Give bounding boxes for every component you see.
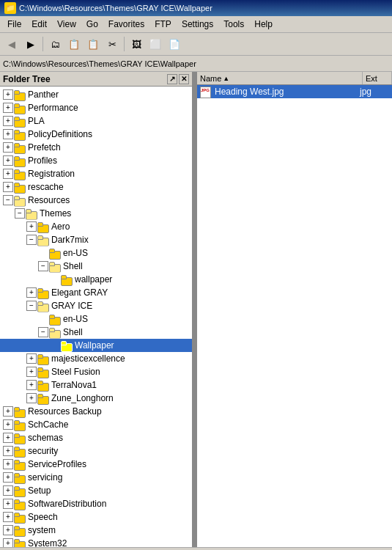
expander-aero[interactable]: +: [26, 221, 37, 232]
expander-zune_longhorn[interactable]: +: [26, 393, 37, 403]
tree-item-gray_ice_wallpaper[interactable]: Wallpaper: [0, 339, 192, 352]
tree-item-gray_ice_shell[interactable]: −Shell: [0, 326, 192, 339]
panel-close-button[interactable]: ✕: [179, 74, 189, 84]
expander-schemas[interactable]: +: [3, 433, 13, 443]
expander-panther[interactable]: +: [3, 89, 13, 100]
panel-header-buttons: ↗ ✕: [167, 74, 189, 84]
tree-item-speech[interactable]: +Speech: [0, 510, 192, 524]
menu-go[interactable]: Go: [82, 18, 103, 31]
folder-button[interactable]: 🗂: [46, 35, 64, 53]
tree-item-panther[interactable]: +Panther: [0, 88, 192, 101]
tree-item-majesticexcellence[interactable]: +majesticexcellence: [0, 352, 192, 365]
expander-performance[interactable]: +: [3, 103, 13, 113]
file-list-body[interactable]: Heading West.jpgjpg: [197, 85, 392, 547]
expander-rescache[interactable]: +: [3, 182, 13, 192]
expander-resources[interactable]: −: [3, 195, 13, 205]
expander-dark7mix_shell[interactable]: −: [38, 261, 48, 271]
tree-item-registration[interactable]: +Registration: [0, 167, 192, 180]
back-button[interactable]: ◀: [3, 35, 21, 53]
copy-button[interactable]: 📋: [65, 35, 83, 53]
tree-item-system32[interactable]: +System32: [0, 537, 192, 547]
menu-ftp[interactable]: FTP: [150, 18, 176, 31]
tree-item-dark7mix[interactable]: −Dark7mix: [0, 233, 192, 246]
tree-item-gray_ice_enus[interactable]: en-US: [0, 312, 192, 326]
folder-icon-zune_longhorn: [37, 394, 49, 403]
col-ext-header[interactable]: Ext: [363, 72, 392, 84]
tree-item-schcache[interactable]: +SchCache: [0, 418, 192, 431]
tree-item-resources_backup[interactable]: +Resources Backup: [0, 405, 192, 418]
expander-system32[interactable]: +: [3, 538, 13, 547]
expander-pla[interactable]: +: [3, 116, 13, 126]
expander-gray_ice_shell[interactable]: −: [38, 327, 48, 337]
expander-dark7mix[interactable]: −: [26, 235, 37, 245]
menu-tools[interactable]: Tools: [219, 18, 248, 31]
paste-button[interactable]: 📋: [84, 35, 102, 53]
expander-serviceprofiles[interactable]: +: [3, 459, 13, 469]
menu-favorites[interactable]: Favorites: [104, 18, 149, 31]
tree-item-softwaredistribution[interactable]: +SoftwareDistribution: [0, 497, 192, 510]
panel-float-button[interactable]: ↗: [167, 74, 177, 84]
tree-item-policydefs[interactable]: +PolicyDefinitions: [0, 128, 192, 141]
tree-item-profiles[interactable]: +Profiles: [0, 154, 192, 167]
tree-scroll[interactable]: +Panther+Performance+PLA+PolicyDefinitio…: [0, 87, 192, 547]
expander-system[interactable]: +: [3, 525, 13, 535]
expander-elegant_gray[interactable]: +: [26, 287, 37, 298]
file-row-0[interactable]: Heading West.jpgjpg: [197, 85, 392, 98]
tree-item-steel_fusion[interactable]: +Steel Fusion: [0, 365, 192, 378]
expander-registration[interactable]: +: [3, 169, 13, 179]
tree-label-zune_longhorn: Zune_Longhorn: [51, 392, 114, 404]
menu-settings[interactable]: Settings: [177, 18, 218, 31]
tree-item-schemas[interactable]: +schemas: [0, 431, 192, 444]
folder-icon-dark7mix_enus: [49, 249, 61, 258]
tree-item-serviceprofiles[interactable]: +ServiceProfiles: [0, 458, 192, 471]
folder-icon-schemas: [14, 433, 26, 443]
tree-item-resources[interactable]: −Resources: [0, 194, 192, 207]
col-name-header[interactable]: Name ▲: [197, 72, 363, 84]
expander-security[interactable]: +: [3, 446, 13, 456]
expander-profiles[interactable]: +: [3, 155, 13, 166]
menu-edit[interactable]: Edit: [27, 18, 51, 31]
expander-steel_fusion[interactable]: +: [26, 367, 37, 377]
menu-file[interactable]: File: [3, 18, 26, 31]
tree-label-prefetch: Prefetch: [28, 142, 61, 153]
tree-item-dark7mix_wallpaper[interactable]: wallpaper: [0, 273, 192, 286]
tree-item-themes[interactable]: −Themes: [0, 207, 192, 220]
expander-terranova1[interactable]: +: [26, 380, 37, 390]
expander-policydefs[interactable]: +: [3, 129, 13, 139]
tree-item-system[interactable]: +system: [0, 524, 192, 537]
tree-item-servicing[interactable]: +servicing: [0, 471, 192, 484]
tree-item-setup[interactable]: +Setup: [0, 484, 192, 497]
folder-icon-terranova1: [37, 381, 49, 390]
tree-item-aero[interactable]: +Aero: [0, 220, 192, 233]
tree-item-pla[interactable]: +PLA: [0, 114, 192, 128]
view-button-1[interactable]: 🖼: [127, 35, 145, 53]
expander-servicing[interactable]: +: [3, 472, 13, 483]
view-button-2[interactable]: ⬜: [147, 35, 164, 53]
tree-item-elegant_gray[interactable]: +Elegant GRAY: [0, 286, 192, 299]
tree-item-dark7mix_enus[interactable]: en-US: [0, 246, 192, 260]
folder-icon-themes: [26, 209, 37, 219]
expander-themes[interactable]: −: [15, 208, 25, 219]
view-button-3[interactable]: 📄: [166, 35, 183, 53]
menu-help[interactable]: Help: [250, 18, 277, 31]
cut-button[interactable]: ✂: [103, 35, 121, 53]
expander-prefetch[interactable]: +: [3, 142, 13, 153]
tree-item-terranova1[interactable]: +TerraNova1: [0, 378, 192, 392]
folder-icon-resources: [14, 196, 26, 205]
tree-item-prefetch[interactable]: +Prefetch: [0, 141, 192, 154]
expander-speech[interactable]: +: [3, 512, 13, 522]
tree-item-dark7mix_shell[interactable]: −Shell: [0, 260, 192, 273]
expander-resources_backup[interactable]: +: [3, 406, 13, 417]
tree-item-security[interactable]: +security: [0, 444, 192, 458]
expander-majesticexcellence[interactable]: +: [26, 353, 37, 364]
expander-softwaredistribution[interactable]: +: [3, 499, 13, 509]
forward-button[interactable]: ▶: [22, 35, 40, 53]
expander-setup[interactable]: +: [3, 485, 13, 496]
tree-item-rescache[interactable]: +rescache: [0, 180, 192, 194]
tree-item-zune_longhorn[interactable]: +Zune_Longhorn: [0, 392, 192, 405]
menu-view[interactable]: View: [53, 18, 81, 31]
tree-item-gray_ice[interactable]: −GRAY ICE: [0, 299, 192, 312]
tree-item-performance[interactable]: +Performance: [0, 101, 192, 114]
expander-schcache[interactable]: +: [3, 419, 13, 430]
expander-gray_ice[interactable]: −: [26, 301, 37, 311]
